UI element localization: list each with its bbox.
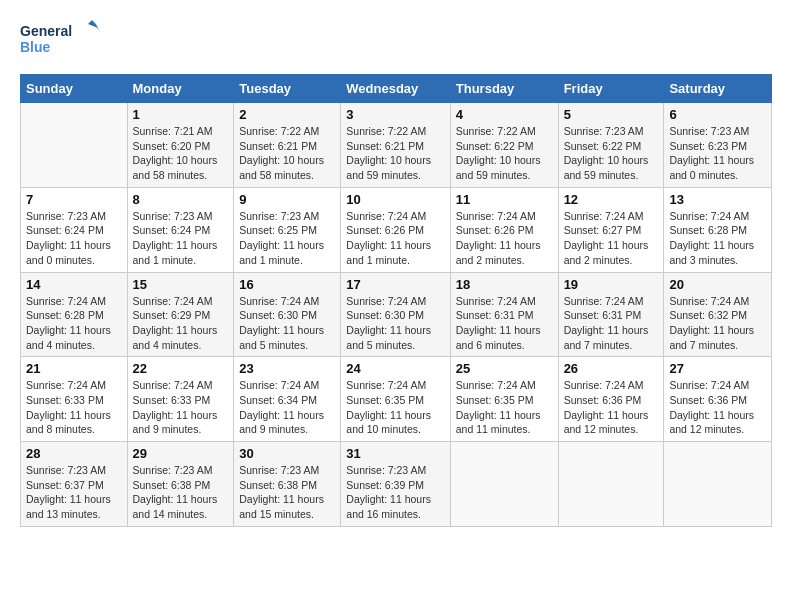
calendar-cell: 19Sunrise: 7:24 AMSunset: 6:31 PMDayligh… bbox=[558, 272, 664, 357]
weekday-header-saturday: Saturday bbox=[664, 75, 772, 103]
calendar-week-4: 21Sunrise: 7:24 AMSunset: 6:33 PMDayligh… bbox=[21, 357, 772, 442]
calendar-cell: 2Sunrise: 7:22 AMSunset: 6:21 PMDaylight… bbox=[234, 103, 341, 188]
calendar-cell: 27Sunrise: 7:24 AMSunset: 6:36 PMDayligh… bbox=[664, 357, 772, 442]
day-number: 14 bbox=[26, 277, 122, 292]
day-info: Sunrise: 7:24 AMSunset: 6:33 PMDaylight:… bbox=[26, 378, 122, 437]
day-number: 7 bbox=[26, 192, 122, 207]
day-number: 15 bbox=[133, 277, 229, 292]
day-number: 24 bbox=[346, 361, 444, 376]
calendar-cell: 25Sunrise: 7:24 AMSunset: 6:35 PMDayligh… bbox=[450, 357, 558, 442]
day-number: 16 bbox=[239, 277, 335, 292]
calendar-cell bbox=[664, 442, 772, 527]
calendar-cell: 24Sunrise: 7:24 AMSunset: 6:35 PMDayligh… bbox=[341, 357, 450, 442]
calendar-table: SundayMondayTuesdayWednesdayThursdayFrid… bbox=[20, 74, 772, 527]
calendar-cell bbox=[21, 103, 128, 188]
calendar-cell bbox=[558, 442, 664, 527]
calendar-cell: 8Sunrise: 7:23 AMSunset: 6:24 PMDaylight… bbox=[127, 187, 234, 272]
calendar-cell: 20Sunrise: 7:24 AMSunset: 6:32 PMDayligh… bbox=[664, 272, 772, 357]
day-number: 2 bbox=[239, 107, 335, 122]
day-number: 21 bbox=[26, 361, 122, 376]
day-info: Sunrise: 7:23 AMSunset: 6:38 PMDaylight:… bbox=[133, 463, 229, 522]
calendar-week-2: 7Sunrise: 7:23 AMSunset: 6:24 PMDaylight… bbox=[21, 187, 772, 272]
calendar-cell: 18Sunrise: 7:24 AMSunset: 6:31 PMDayligh… bbox=[450, 272, 558, 357]
calendar-cell: 29Sunrise: 7:23 AMSunset: 6:38 PMDayligh… bbox=[127, 442, 234, 527]
day-info: Sunrise: 7:24 AMSunset: 6:36 PMDaylight:… bbox=[564, 378, 659, 437]
calendar-cell: 22Sunrise: 7:24 AMSunset: 6:33 PMDayligh… bbox=[127, 357, 234, 442]
calendar-cell: 30Sunrise: 7:23 AMSunset: 6:38 PMDayligh… bbox=[234, 442, 341, 527]
day-number: 31 bbox=[346, 446, 444, 461]
day-number: 3 bbox=[346, 107, 444, 122]
day-info: Sunrise: 7:22 AMSunset: 6:22 PMDaylight:… bbox=[456, 124, 553, 183]
calendar-cell: 16Sunrise: 7:24 AMSunset: 6:30 PMDayligh… bbox=[234, 272, 341, 357]
day-info: Sunrise: 7:23 AMSunset: 6:24 PMDaylight:… bbox=[26, 209, 122, 268]
day-number: 20 bbox=[669, 277, 766, 292]
day-number: 26 bbox=[564, 361, 659, 376]
day-number: 11 bbox=[456, 192, 553, 207]
weekday-header-friday: Friday bbox=[558, 75, 664, 103]
day-number: 23 bbox=[239, 361, 335, 376]
day-info: Sunrise: 7:23 AMSunset: 6:23 PMDaylight:… bbox=[669, 124, 766, 183]
day-number: 12 bbox=[564, 192, 659, 207]
header: General Blue bbox=[20, 18, 772, 64]
day-number: 4 bbox=[456, 107, 553, 122]
calendar-cell: 1Sunrise: 7:21 AMSunset: 6:20 PMDaylight… bbox=[127, 103, 234, 188]
day-number: 29 bbox=[133, 446, 229, 461]
day-info: Sunrise: 7:23 AMSunset: 6:22 PMDaylight:… bbox=[564, 124, 659, 183]
day-number: 19 bbox=[564, 277, 659, 292]
calendar-cell: 5Sunrise: 7:23 AMSunset: 6:22 PMDaylight… bbox=[558, 103, 664, 188]
calendar-cell: 11Sunrise: 7:24 AMSunset: 6:26 PMDayligh… bbox=[450, 187, 558, 272]
page: General Blue SundayMondayTuesdayWednesda… bbox=[0, 0, 792, 537]
calendar-cell: 31Sunrise: 7:23 AMSunset: 6:39 PMDayligh… bbox=[341, 442, 450, 527]
calendar-cell: 14Sunrise: 7:24 AMSunset: 6:28 PMDayligh… bbox=[21, 272, 128, 357]
weekday-header-thursday: Thursday bbox=[450, 75, 558, 103]
day-info: Sunrise: 7:24 AMSunset: 6:35 PMDaylight:… bbox=[456, 378, 553, 437]
day-number: 17 bbox=[346, 277, 444, 292]
day-info: Sunrise: 7:24 AMSunset: 6:31 PMDaylight:… bbox=[456, 294, 553, 353]
weekday-header-wednesday: Wednesday bbox=[341, 75, 450, 103]
calendar-cell bbox=[450, 442, 558, 527]
calendar-week-3: 14Sunrise: 7:24 AMSunset: 6:28 PMDayligh… bbox=[21, 272, 772, 357]
day-number: 8 bbox=[133, 192, 229, 207]
day-info: Sunrise: 7:24 AMSunset: 6:35 PMDaylight:… bbox=[346, 378, 444, 437]
day-number: 22 bbox=[133, 361, 229, 376]
day-info: Sunrise: 7:24 AMSunset: 6:28 PMDaylight:… bbox=[26, 294, 122, 353]
day-info: Sunrise: 7:21 AMSunset: 6:20 PMDaylight:… bbox=[133, 124, 229, 183]
day-number: 5 bbox=[564, 107, 659, 122]
calendar-cell: 17Sunrise: 7:24 AMSunset: 6:30 PMDayligh… bbox=[341, 272, 450, 357]
day-info: Sunrise: 7:24 AMSunset: 6:29 PMDaylight:… bbox=[133, 294, 229, 353]
calendar-cell: 23Sunrise: 7:24 AMSunset: 6:34 PMDayligh… bbox=[234, 357, 341, 442]
weekday-header-tuesday: Tuesday bbox=[234, 75, 341, 103]
weekday-header-sunday: Sunday bbox=[21, 75, 128, 103]
day-info: Sunrise: 7:23 AMSunset: 6:24 PMDaylight:… bbox=[133, 209, 229, 268]
day-info: Sunrise: 7:24 AMSunset: 6:33 PMDaylight:… bbox=[133, 378, 229, 437]
calendar-cell: 15Sunrise: 7:24 AMSunset: 6:29 PMDayligh… bbox=[127, 272, 234, 357]
day-info: Sunrise: 7:24 AMSunset: 6:27 PMDaylight:… bbox=[564, 209, 659, 268]
calendar-cell: 13Sunrise: 7:24 AMSunset: 6:28 PMDayligh… bbox=[664, 187, 772, 272]
day-number: 30 bbox=[239, 446, 335, 461]
day-number: 9 bbox=[239, 192, 335, 207]
day-info: Sunrise: 7:24 AMSunset: 6:34 PMDaylight:… bbox=[239, 378, 335, 437]
day-info: Sunrise: 7:24 AMSunset: 6:31 PMDaylight:… bbox=[564, 294, 659, 353]
weekday-header-row: SundayMondayTuesdayWednesdayThursdayFrid… bbox=[21, 75, 772, 103]
day-info: Sunrise: 7:23 AMSunset: 6:37 PMDaylight:… bbox=[26, 463, 122, 522]
calendar-cell: 9Sunrise: 7:23 AMSunset: 6:25 PMDaylight… bbox=[234, 187, 341, 272]
calendar-cell: 26Sunrise: 7:24 AMSunset: 6:36 PMDayligh… bbox=[558, 357, 664, 442]
calendar-week-1: 1Sunrise: 7:21 AMSunset: 6:20 PMDaylight… bbox=[21, 103, 772, 188]
svg-text:General: General bbox=[20, 23, 72, 39]
svg-text:Blue: Blue bbox=[20, 39, 51, 55]
calendar-header: SundayMondayTuesdayWednesdayThursdayFrid… bbox=[21, 75, 772, 103]
calendar-cell: 12Sunrise: 7:24 AMSunset: 6:27 PMDayligh… bbox=[558, 187, 664, 272]
day-info: Sunrise: 7:23 AMSunset: 6:38 PMDaylight:… bbox=[239, 463, 335, 522]
day-number: 6 bbox=[669, 107, 766, 122]
day-info: Sunrise: 7:22 AMSunset: 6:21 PMDaylight:… bbox=[239, 124, 335, 183]
day-number: 1 bbox=[133, 107, 229, 122]
day-info: Sunrise: 7:23 AMSunset: 6:39 PMDaylight:… bbox=[346, 463, 444, 522]
day-number: 13 bbox=[669, 192, 766, 207]
day-number: 18 bbox=[456, 277, 553, 292]
calendar-cell: 6Sunrise: 7:23 AMSunset: 6:23 PMDaylight… bbox=[664, 103, 772, 188]
day-info: Sunrise: 7:24 AMSunset: 6:26 PMDaylight:… bbox=[346, 209, 444, 268]
logo: General Blue bbox=[20, 18, 100, 64]
calendar-cell: 3Sunrise: 7:22 AMSunset: 6:21 PMDaylight… bbox=[341, 103, 450, 188]
day-number: 27 bbox=[669, 361, 766, 376]
day-number: 10 bbox=[346, 192, 444, 207]
